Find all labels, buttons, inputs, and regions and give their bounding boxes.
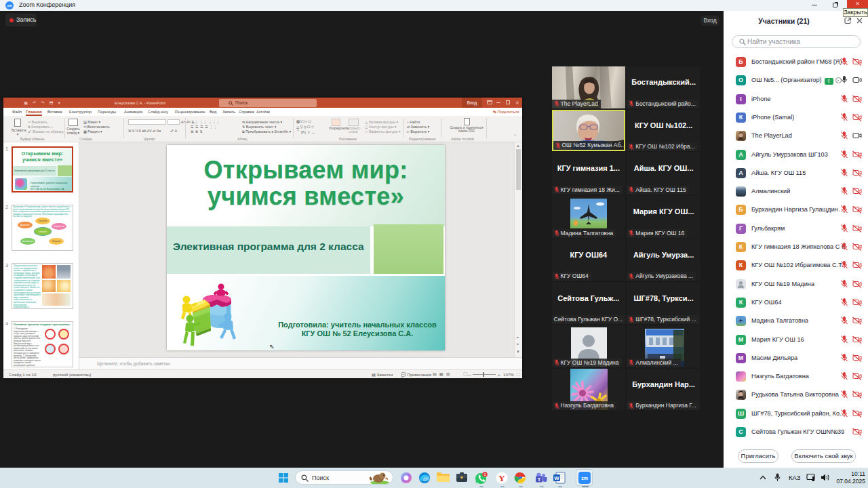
svg-text:W: W [554,475,559,481]
svg-text:1: 1 [484,472,486,476]
svg-text:Y: Y [498,473,505,483]
svg-text:zm: zm [581,476,588,481]
svg-text:T: T [538,476,541,483]
